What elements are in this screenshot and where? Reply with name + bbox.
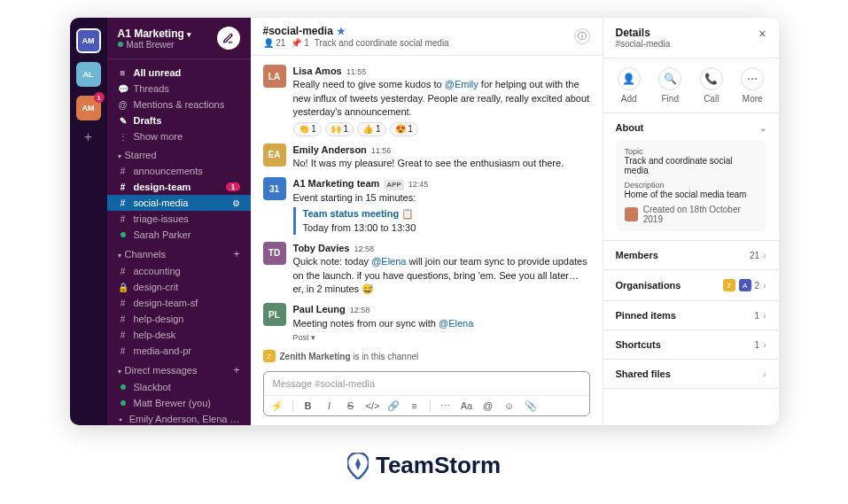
code-icon[interactable]: </> <box>366 400 378 411</box>
avatar[interactable]: EA <box>263 143 286 167</box>
attach-icon[interactable]: 📎 <box>525 400 537 412</box>
unread-badge: 1 <box>226 182 239 191</box>
creator-avatar[interactable] <box>625 207 638 221</box>
reaction[interactable]: 👍 1 <box>357 122 385 136</box>
channel-label: media-and-pr <box>134 345 191 356</box>
channel-design-team-sf[interactable]: #design-team-sf <box>107 295 251 311</box>
list-icon[interactable]: ≡ <box>408 400 421 411</box>
avatar[interactable]: PL <box>263 303 286 326</box>
dm-slackbot[interactable]: Slackbot <box>107 379 251 395</box>
section-label: Direct messages <box>125 365 198 376</box>
channel-name[interactable]: #social-media <box>263 25 333 37</box>
dm-self[interactable]: Matt Brewer (you) <box>107 395 251 411</box>
shortcuts-row[interactable]: Shortcuts1› <box>603 330 779 360</box>
message-composer[interactable]: Message #social-media ⚡ B I S </> 🔗 ≡ ⋯ … <box>263 371 590 416</box>
workspace-header[interactable]: A1 Marketing ▾ Matt Brewer <box>107 18 251 59</box>
bold-icon[interactable]: B <box>302 400 315 411</box>
message-author[interactable]: Toby Davies <box>293 242 350 255</box>
nav-threads[interactable]: 💬Threads <box>107 81 251 97</box>
section-label: About <box>616 122 644 133</box>
shortcut-icon[interactable]: ⚡ <box>271 400 284 412</box>
emoji-icon[interactable]: ☺ <box>503 400 516 411</box>
channel-help-design[interactable]: #help-design <box>107 311 251 327</box>
mention[interactable]: @Emily <box>445 79 478 89</box>
message: 31 A1 Marketing teamAPP12:45 Event start… <box>251 174 603 238</box>
strike-icon[interactable]: S <box>345 400 357 411</box>
brand: TeamStorm <box>347 452 501 479</box>
dm-sarah-parker[interactable]: Sarah Parker <box>107 227 251 243</box>
add-channel-button[interactable]: + <box>233 248 239 260</box>
message-author[interactable]: Emily Anderson <box>293 143 367 157</box>
call-button[interactable]: 📞Call <box>700 67 723 104</box>
at-icon: @ <box>118 100 128 110</box>
channel-announcements[interactable]: #announcements <box>107 163 251 179</box>
find-button[interactable]: 🔍Find <box>658 67 681 104</box>
dm-group[interactable]: ▪Emily Anderson, Elena … <box>107 411 251 425</box>
pin-count[interactable]: 📌 1 <box>291 38 308 48</box>
member-count[interactable]: 👤 21 <box>263 38 286 48</box>
presence-indicator <box>121 400 126 406</box>
channel-help-desk[interactable]: #help-desk <box>107 327 251 343</box>
avatar[interactable]: TD <box>263 242 286 265</box>
event-block: Team status meeting 📋 Today from 13:00 t… <box>293 207 590 235</box>
members-row[interactable]: Members21› <box>603 241 779 270</box>
nav-drafts[interactable]: ✎Drafts <box>107 112 251 128</box>
channel-label: design-team-sf <box>134 298 198 308</box>
font-icon[interactable]: Aa <box>461 400 473 411</box>
organisations-row[interactable]: OrganisationsZA2› <box>603 270 779 301</box>
event-time: Today from 13:00 to 13:30 <box>303 221 590 235</box>
link-icon[interactable]: 🔗 <box>387 400 400 412</box>
about-toggle[interactable]: About⌄ <box>616 122 766 133</box>
add-workspace-button[interactable]: + <box>84 129 92 145</box>
channel-accounting[interactable]: #accounting <box>107 263 251 279</box>
section-channels[interactable]: ▾Channels+ <box>107 243 251 263</box>
message-author[interactable]: Lisa Amos <box>293 65 342 78</box>
topic-value[interactable]: Track and coordinate social media <box>625 156 758 175</box>
more-button[interactable]: ⋯More <box>741 67 764 104</box>
reaction[interactable]: 😍 1 <box>390 122 418 136</box>
info-icon[interactable]: ⓘ <box>574 28 590 44</box>
section-starred[interactable]: ▾Starred <box>107 144 251 163</box>
calendar-icon[interactable]: 31 <box>263 177 286 200</box>
compose-button[interactable] <box>217 27 240 50</box>
nav-show-more[interactable]: ⋮Show more <box>107 128 251 144</box>
pinned-row[interactable]: Pinned items1› <box>603 301 779 330</box>
mention[interactable]: @Elena <box>439 318 473 329</box>
nav-all-unread[interactable]: ≡All unread <box>107 65 251 81</box>
gear-icon[interactable]: ⚙ <box>232 198 240 208</box>
channel-design-crit[interactable]: 🔒design-crit <box>107 279 251 295</box>
add-dm-button[interactable]: + <box>233 364 239 376</box>
message-author[interactable]: A1 Marketing team <box>293 177 380 190</box>
message-text: Meeting notes from our sync with @Elena <box>293 317 590 330</box>
workspace-switch-a1[interactable]: AM <box>76 28 101 53</box>
avatar[interactable]: LA <box>263 65 286 88</box>
channel-social-media[interactable]: #social-media⚙ <box>107 195 251 211</box>
close-icon[interactable]: × <box>759 27 766 41</box>
workspace-switch-al[interactable]: AL <box>76 62 101 87</box>
org-badge: Z <box>723 279 735 291</box>
mention-icon[interactable]: @ <box>482 400 494 411</box>
details-header: Details #social-media × <box>603 18 779 58</box>
desc-value[interactable]: Home of the social media team <box>625 190 758 199</box>
more-icon[interactable]: ⋯ <box>440 400 452 412</box>
action-label: Call <box>704 94 719 104</box>
event-link[interactable]: Team status meeting <box>303 208 400 219</box>
composer-input[interactable]: Message #social-media <box>264 372 589 395</box>
shared-files-row[interactable]: Shared files› <box>603 360 779 389</box>
reaction[interactable]: 🙌 1 <box>325 122 354 136</box>
channel-topic[interactable]: Track and coordinate social media <box>315 38 449 48</box>
channel-triage-issues[interactable]: #triage-issues <box>107 211 251 227</box>
message-author[interactable]: Paul Leung <box>293 303 346 316</box>
channel-media-and-pr[interactable]: #media-and-pr <box>107 343 251 359</box>
section-dms[interactable]: ▾Direct messages+ <box>107 359 251 379</box>
nav-label: All unread <box>134 67 182 78</box>
reaction[interactable]: 👏 1 <box>293 122 322 136</box>
italic-icon[interactable]: I <box>323 400 336 411</box>
add-button[interactable]: 👤Add <box>618 67 641 104</box>
message: TD Toby Davies12:58 Quick note: today @E… <box>251 238 603 300</box>
channel-design-team[interactable]: #design-team1 <box>107 179 251 195</box>
workspace-switch-am2[interactable]: AM 1 <box>76 96 101 120</box>
star-icon[interactable]: ★ <box>337 26 346 37</box>
nav-mentions[interactable]: @Mentions & reactions <box>107 97 251 112</box>
mention[interactable]: @Elena <box>371 256 406 267</box>
